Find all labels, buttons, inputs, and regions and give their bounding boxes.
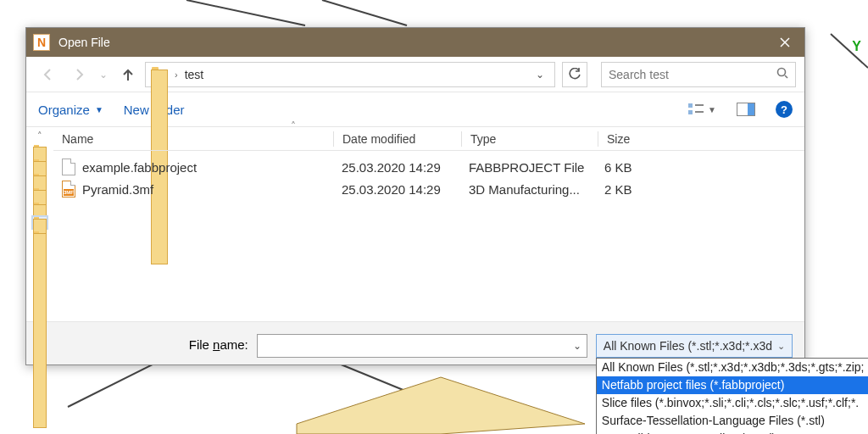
footer: File name: ⌄ All Known Files (*.stl;*.x3… — [26, 321, 804, 364]
file-size: 6 KB — [596, 160, 672, 175]
folder-icon — [151, 67, 168, 82]
file-date: 25.03.2020 14:29 — [333, 160, 460, 175]
organize-label: Organize — [38, 103, 90, 117]
filter-selected-label: All Known Files (*.stl;*.x3d;*.x3d — [604, 339, 772, 353]
chevron-up-icon[interactable]: ˄ — [37, 131, 42, 142]
window-title: Open File — [58, 36, 772, 49]
refresh-button[interactable] — [562, 62, 587, 87]
search-placeholder: Search test — [609, 68, 776, 81]
axis-y-label: Y — [852, 39, 861, 54]
tree-folder-selected[interactable] — [33, 217, 47, 228]
svg-line-5 — [322, 0, 407, 25]
svg-rect-17 — [748, 103, 754, 115]
app-icon: N — [33, 34, 50, 51]
preview-pane-icon — [737, 103, 755, 116]
file-type: 3D Manufacturing... — [460, 182, 596, 197]
file-icon — [62, 159, 75, 175]
chevron-down-icon: ▼ — [95, 105, 103, 114]
back-button[interactable] — [35, 61, 62, 88]
svg-point-10 — [778, 69, 786, 76]
toolbar: Organize ▼ New folder ▼ ? — [26, 92, 804, 126]
current-folder: test — [185, 68, 204, 81]
tree-folder-icon[interactable] — [33, 231, 47, 242]
column-name[interactable]: Name — [53, 132, 333, 146]
view-list-icon — [687, 103, 704, 116]
svg-rect-13 — [688, 110, 693, 114]
file-size: 2 KB — [596, 182, 672, 197]
column-type[interactable]: Type — [462, 132, 598, 146]
filter-option[interactable]: Surface-Tessellation-Language Files (*.s… — [597, 412, 868, 430]
file-name: example.fabbproject — [82, 160, 197, 175]
chevron-down-icon: ⌄ — [777, 341, 785, 352]
svg-line-3 — [831, 34, 868, 68]
filter-option[interactable]: Slice files (*.binvox;*.sli;*.cli;*.cls;… — [597, 394, 868, 412]
chevron-right-icon: › — [175, 70, 178, 80]
tree-folder-icon[interactable] — [33, 145, 47, 156]
close-button[interactable] — [772, 32, 798, 53]
file-date: 25.03.2020 14:29 — [333, 182, 460, 197]
search-icon — [776, 67, 788, 81]
recent-locations-button[interactable]: ⌄ — [96, 61, 111, 88]
file-type-filter[interactable]: All Known Files (*.stl;*.x3d;*.x3d ⌄ — [596, 334, 793, 358]
column-size[interactable]: Size — [598, 132, 675, 146]
tree-folder-icon[interactable] — [33, 174, 47, 185]
search-input[interactable]: Search test — [601, 62, 796, 87]
preview-pane-button[interactable] — [737, 103, 755, 116]
file-3mf-icon: 3MF — [62, 181, 75, 198]
filter-option[interactable]: Netfabb project files (*.fabbproject) — [597, 376, 868, 394]
sort-indicator-icon: ˄ — [291, 120, 296, 132]
filename-label: File name: — [38, 334, 248, 352]
tree-folder-icon[interactable] — [33, 203, 47, 214]
file-type: FABBPROJECT File — [460, 160, 596, 175]
filter-option[interactable]: All Known Files (*.stl;*.x3d;*.x3db;*.3d… — [597, 359, 868, 376]
chevron-down-icon[interactable]: ⌄ — [573, 340, 581, 352]
open-file-dialog: N Open File ⌄ › test ⌄ Search test — [25, 27, 805, 365]
column-headers: Name Date modified Type Size — [53, 127, 804, 151]
up-button[interactable] — [114, 61, 142, 88]
file-type-dropdown: All Known Files (*.stl;*.x3d;*.x3db;*.3d… — [596, 358, 868, 434]
file-list: ˄ Name Date modified Type Size example.f… — [53, 127, 804, 321]
folder-tree[interactable]: ˄ ˅ — [26, 127, 53, 321]
forward-button[interactable] — [65, 61, 92, 88]
view-options-button[interactable]: ▼ — [687, 103, 716, 116]
address-bar[interactable]: › test ⌄ — [145, 62, 555, 87]
tree-folder-icon[interactable] — [33, 188, 47, 199]
titlebar: N Open File — [26, 28, 804, 57]
svg-line-4 — [186, 0, 305, 25]
svg-line-11 — [785, 75, 787, 78]
filename-input[interactable]: ⌄ — [257, 334, 587, 358]
chevron-down-icon: ▼ — [708, 105, 716, 114]
filter-option[interactable]: Extensible 3D ASCII-Files (*.x3d) — [597, 430, 868, 434]
table-row[interactable]: 3MFPyramid.3mf25.03.2020 14:293D Manufac… — [53, 178, 804, 200]
file-name: Pyramid.3mf — [82, 182, 153, 197]
organize-menu[interactable]: Organize ▼ — [38, 103, 103, 117]
table-row[interactable]: example.fabbproject25.03.2020 14:29FABBP… — [53, 156, 804, 178]
svg-marker-6 — [297, 377, 585, 434]
column-date[interactable]: Date modified — [334, 132, 461, 146]
nav-bar: ⌄ › test ⌄ Search test — [26, 57, 804, 92]
tree-folder-icon[interactable] — [33, 159, 47, 170]
svg-rect-12 — [688, 103, 693, 108]
address-dropdown-button[interactable]: ⌄ — [531, 69, 549, 81]
help-button[interactable]: ? — [776, 101, 793, 118]
